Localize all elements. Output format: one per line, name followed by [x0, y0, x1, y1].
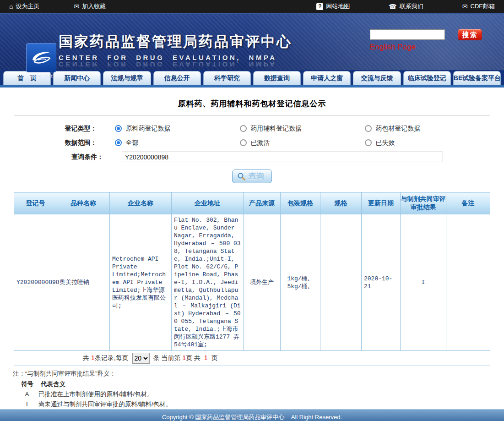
- query-submit-button[interactable]: 查询: [232, 169, 272, 183]
- pagination-text: 条记录,每页: [95, 354, 129, 361]
- footer-copyright: Copyright © 国家药品监督管理局药品审评中心 All Right Re…: [0, 413, 504, 421]
- radio-excipient-data[interactable]: 药用辅料登记数据: [240, 125, 365, 133]
- cell-reg-no: Y20200000898: [14, 214, 57, 351]
- logo-swoosh-icon: [29, 46, 54, 69]
- pagination-text: 页: [208, 354, 218, 361]
- query-condition-input[interactable]: [122, 152, 443, 162]
- radio-packaging-label: 药包材登记数据: [375, 125, 420, 133]
- legend-notes: 注：“与制剂共同审评审批结果”释义： 符号代表含义 A已批准在上市制剂使用的原料…: [13, 369, 504, 409]
- scope-label: 数据范围：: [14, 139, 97, 147]
- cell-company-name: Metrochem API Private Limited;Metrochem …: [110, 214, 172, 351]
- notes-row-i: I尚未通过与制剂共同审评审批的原料/辅料/包材。: [13, 399, 504, 409]
- cde-mail-link[interactable]: ✉ CDE邮箱: [462, 2, 495, 11]
- phone-icon: ☎: [389, 3, 396, 10]
- home-icon: ⌂: [9, 3, 13, 10]
- contact-us-link[interactable]: ☎ 联系我们: [389, 2, 423, 11]
- site-title-en: CENTER FOR DRUG EVALUATION, NMPA: [59, 54, 292, 61]
- radio-scope-expired[interactable]: 已失效: [365, 139, 490, 147]
- query-button-label: 查询: [249, 172, 265, 181]
- col-header-package-spec: 包装规格: [281, 192, 320, 214]
- col-header-product-name: 品种名称: [57, 192, 110, 214]
- cell-product-source: 境外生产: [244, 214, 281, 351]
- radio-unselected-icon[interactable]: [240, 139, 247, 146]
- notes-row-a: A已批准在上市制剂使用的原料/辅料/包材。: [13, 389, 504, 399]
- cell-company-address: Flat No. 302, Bhanu Enclave, Sunder Naga…: [172, 214, 244, 351]
- nav-divider-strip: [0, 85, 504, 87]
- nav-tab-news[interactable]: 新闻中心: [53, 71, 101, 85]
- nav-tab-data-query[interactable]: 数据查询: [253, 71, 301, 85]
- pagination-total-pages: 1: [204, 354, 208, 361]
- page-title: 原料药、药用辅料和药包材登记信息公示: [0, 98, 504, 109]
- page-size-select[interactable]: 20: [132, 353, 150, 364]
- nav-tab-applicant[interactable]: 申请人之窗: [303, 71, 351, 85]
- main-navigation: 首 页 新闻中心 法规与规章 信息公开 科学研究 数据查询 申请人之窗 交流与反…: [0, 70, 504, 85]
- notes-symbol-header: 符号: [21, 381, 33, 388]
- col-header-spec: 规格: [320, 192, 362, 214]
- nmpa-cde-logo[interactable]: [26, 43, 56, 72]
- question-mark-icon: ?: [316, 3, 323, 10]
- radio-scope-expired-label: 已失效: [375, 139, 395, 147]
- header-search-input[interactable]: [370, 29, 445, 40]
- top-utility-bar: ⌂ 设为主页 ✉ 加入收藏 ? 网站地图 ☎ 联系我们 ✉ CDE邮箱: [0, 0, 504, 13]
- radio-raw-material-data[interactable]: 原料药登记数据: [115, 125, 240, 133]
- radio-excipient-label: 药用辅料登记数据: [250, 125, 302, 133]
- add-favorite-label: 加入收藏: [82, 2, 106, 11]
- radio-raw-material-label: 原料药登记数据: [125, 125, 170, 133]
- set-homepage-label: 设为主页: [16, 2, 39, 11]
- site-footer: Copyright © 国家药品监督管理局药品审评中心 All Right Re…: [0, 409, 504, 421]
- pagination-text: 条 当前第: [153, 354, 183, 361]
- results-table: 登记号 品种名称 企业名称 企业地址 产品来源 包装规格 规格 更新日期 与制剂…: [14, 192, 490, 366]
- radio-packaging-data[interactable]: 药包材登记数据: [365, 125, 490, 133]
- nav-tab-information[interactable]: 信息公开: [153, 71, 201, 85]
- nav-tab-clinical-trial[interactable]: 临床试验登记: [403, 71, 451, 85]
- notes-title: 注：“与制剂共同审评审批结果”释义：: [13, 369, 504, 378]
- pagination-text: 共: [83, 354, 91, 361]
- reg-type-label: 登记类型：: [14, 125, 97, 133]
- cell-update-date: 2020-10-21: [362, 214, 401, 351]
- english-page-link[interactable]: English Page: [370, 43, 416, 52]
- header-search-button[interactable]: 搜索: [458, 29, 482, 40]
- cell-review-result: I: [401, 214, 446, 351]
- nav-tab-feedback[interactable]: 交流与反馈: [353, 71, 401, 85]
- site-map-label: 网站地图: [326, 2, 350, 11]
- mail-icon: ✉: [462, 3, 468, 10]
- cde-mail-label: CDE邮箱: [471, 2, 495, 11]
- radio-unselected-icon[interactable]: [365, 125, 372, 132]
- pagination-current-page: 1: [182, 354, 186, 361]
- set-homepage-link[interactable]: ⌂ 设为主页: [9, 2, 39, 11]
- radio-unselected-icon[interactable]: [365, 139, 372, 146]
- envelope-icon: ✉: [74, 3, 79, 10]
- pagination-bar: 共 1条记录,每页20条 当前第 1页 共 1 页: [14, 351, 490, 366]
- col-header-remark: 备注: [446, 192, 490, 214]
- notes-meaning-header: 代表含义: [41, 381, 65, 388]
- col-header-reg-no: 登记号: [14, 192, 57, 214]
- site-header: NMPA CDE 国家药品监督管理局药品审评中心 CENTER FOR DRUG…: [0, 13, 504, 70]
- contact-us-label: 联系我们: [400, 2, 423, 11]
- radio-selected-icon[interactable]: [115, 125, 122, 132]
- nav-tab-regulations[interactable]: 法规与规章: [103, 71, 151, 85]
- col-header-update-date: 更新日期: [362, 192, 401, 214]
- pagination-text: 页 共: [186, 354, 204, 361]
- cell-package-spec: 1kg/桶。5kg/桶。: [281, 214, 320, 351]
- col-header-company-address: 企业地址: [172, 192, 244, 214]
- notes-symbol-i: I: [21, 399, 33, 409]
- radio-unselected-icon[interactable]: [240, 125, 247, 132]
- query-form: 登记类型： 原料药登记数据 药用辅料登记数据 药包材登记数据 数据范围： 全部 …: [14, 115, 490, 188]
- query-condition-label: 查询条件：: [14, 153, 103, 161]
- radio-scope-activated[interactable]: 已激活: [240, 139, 365, 147]
- radio-scope-all-label: 全部: [125, 139, 138, 147]
- nav-tab-be-platform[interactable]: BE试验备案平台: [453, 71, 501, 85]
- radio-scope-activated-label: 已激活: [250, 139, 270, 147]
- col-header-company-name: 企业名称: [110, 192, 172, 214]
- col-header-review-result: 与制剂共同审评审批结果: [401, 192, 446, 214]
- table-row: Y20200000898 奥美拉唑钠 Metrochem API Private…: [14, 214, 490, 351]
- add-favorite-link[interactable]: ✉ 加入收藏: [74, 2, 106, 11]
- site-map-link[interactable]: ? 网站地图: [316, 2, 350, 11]
- radio-selected-icon[interactable]: [115, 139, 122, 146]
- magnifier-icon: [237, 172, 246, 181]
- cell-spec: [320, 214, 362, 351]
- notes-header: 符号代表含义: [13, 379, 504, 389]
- radio-scope-all[interactable]: 全部: [115, 139, 240, 147]
- site-title-en-reflection: CENTER FOR DRUG EVALUATION, NMPA: [59, 61, 292, 68]
- nav-tab-research[interactable]: 科学研究: [203, 71, 251, 85]
